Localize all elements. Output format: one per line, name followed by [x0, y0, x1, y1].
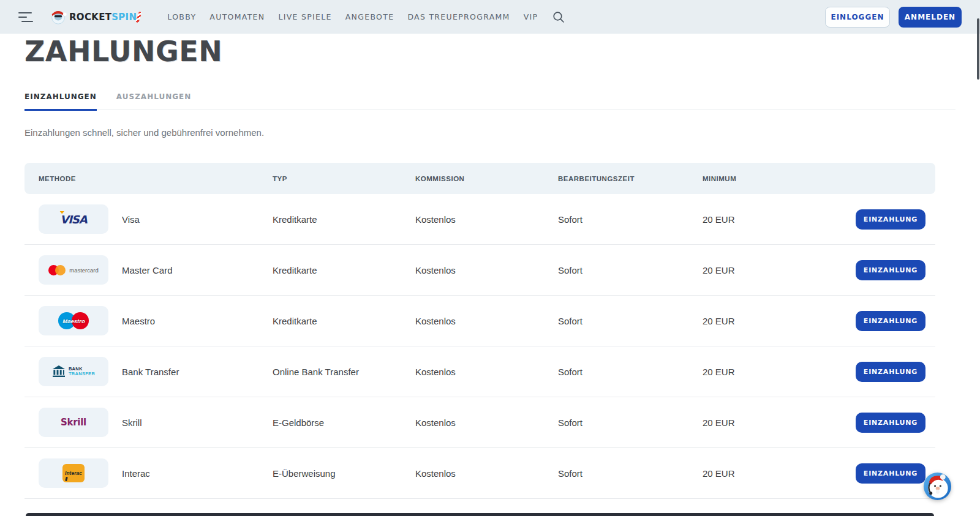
nav-item-live-spiele[interactable]: LIVE SPIELE: [278, 12, 331, 21]
brand-name-primary: ROCKET: [69, 12, 111, 23]
nav-item-vip[interactable]: VIP: [524, 12, 538, 21]
table-row: Maestro Maestro Kreditkarte Kostenlos So…: [24, 296, 935, 346]
nav-item-lobby[interactable]: LOBBY: [167, 12, 196, 21]
nav-item-automaten[interactable]: AUTOMATEN: [209, 12, 265, 21]
menu-icon[interactable]: [18, 12, 33, 22]
search-icon[interactable]: [552, 11, 565, 23]
method-name: Master Card: [122, 265, 173, 275]
method-minimum: 20 EUR: [703, 265, 832, 275]
method-type: E-Geldbörse: [273, 417, 415, 428]
table-row: mastercard Master Card Kreditkarte Koste…: [24, 245, 935, 296]
scrollbar-thumb[interactable]: [977, 18, 979, 80]
method-processing-time: Sofort: [558, 417, 703, 428]
table-row: Skrill Skrill E-Geldbörse Kostenlos Sofo…: [24, 397, 935, 448]
method-type: Kreditkarte: [273, 265, 415, 275]
brand-name-secondary: SPIN: [111, 12, 137, 23]
column-header-methode: METHODE: [39, 175, 273, 182]
method-commission: Kostenlos: [415, 214, 558, 225]
maestro-logo-icon: Maestro: [39, 306, 108, 335]
nav-item-angebote[interactable]: ANGEBOTE: [345, 12, 394, 21]
method-name: Skrill: [122, 417, 142, 428]
tab-einzahlungen[interactable]: EINZAHLUNGEN: [24, 92, 97, 111]
method-type: E-Überweisung: [273, 468, 415, 479]
payment-methods-table: METHODE TYP KOMMISSION BEARBEITUNGSZEIT …: [24, 163, 935, 499]
deposit-button[interactable]: EINZAHLUNG: [856, 413, 925, 433]
interac-logo-icon: Interac: [39, 458, 108, 488]
column-header-minimum: MINIMUM: [703, 175, 832, 182]
login-button[interactable]: EINLOGGEN: [825, 7, 890, 28]
main-navigation: LOBBY AUTOMATEN LIVE SPIELE ANGEBOTE DAS…: [167, 12, 538, 21]
support-chat-widget[interactable]: [923, 472, 952, 501]
page-title: ZAHLUNGEN: [24, 35, 980, 68]
method-minimum: 20 EUR: [703, 316, 832, 326]
deposit-button[interactable]: EINZAHLUNG: [856, 362, 925, 382]
method-processing-time: Sofort: [558, 468, 703, 479]
mastercard-logo-icon: mastercard: [39, 255, 108, 285]
page-subtitle: Einzahlungen schnell, sicher und gebühre…: [24, 127, 980, 138]
method-minimum: 20 EUR: [703, 468, 832, 479]
brand-logo[interactable]: ROCKETSPIN: [49, 7, 140, 28]
top-navigation-bar: ROCKETSPIN LOBBY AUTOMATEN LIVE SPIELE A…: [0, 0, 980, 34]
table-row: VISA Visa Kreditkarte Kostenlos Sofort 2…: [24, 194, 935, 245]
method-name: Maestro: [122, 316, 155, 326]
column-header-kommission: KOMMISSION: [415, 175, 558, 182]
deposit-button[interactable]: EINZAHLUNG: [856, 463, 925, 484]
method-type: Kreditkarte: [273, 316, 415, 326]
payments-tabs: EINZAHLUNGEN AUSZAHLUNGEN: [24, 92, 956, 110]
method-commission: Kostenlos: [415, 316, 558, 326]
deposit-button[interactable]: EINZAHLUNG: [856, 209, 925, 230]
table-header-row: METHODE TYP KOMMISSION BEARBEITUNGSZEIT …: [24, 163, 935, 194]
method-type: Kreditkarte: [273, 214, 415, 225]
visa-logo-icon: VISA: [39, 204, 108, 234]
register-button[interactable]: ANMELDEN: [899, 7, 962, 28]
tab-auszahlungen[interactable]: AUSZAHLUNGEN: [116, 92, 191, 110]
method-processing-time: Sofort: [558, 214, 703, 225]
deposit-button[interactable]: EINZAHLUNG: [856, 311, 925, 331]
method-processing-time: Sofort: [558, 265, 703, 275]
method-minimum: 20 EUR: [703, 417, 832, 428]
method-name: Interac: [122, 468, 150, 479]
method-minimum: 20 EUR: [703, 214, 832, 225]
santa-mascot-icon: [49, 7, 67, 28]
method-minimum: 20 EUR: [703, 367, 832, 377]
footer-bar: [26, 513, 934, 516]
method-name: Bank Transfer: [122, 367, 179, 377]
column-header-bearbeitungszeit: BEARBEITUNGSZEIT: [558, 175, 703, 182]
nav-item-treueprogramm[interactable]: DAS TREUEPROGRAMM: [407, 12, 510, 21]
method-name: Visa: [122, 214, 140, 225]
method-type: Online Bank Transfer: [273, 367, 415, 377]
skrill-logo-icon: Skrill: [39, 408, 108, 437]
table-row: BANK TRANSFER Bank Transfer Online Bank …: [24, 346, 935, 397]
method-commission: Kostenlos: [415, 367, 558, 377]
method-commission: Kostenlos: [415, 417, 558, 428]
deposit-button[interactable]: EINZAHLUNG: [856, 260, 925, 280]
payments-page: ZAHLUNGEN EINZAHLUNGEN AUSZAHLUNGEN Einz…: [0, 34, 980, 499]
auth-buttons: EINLOGGEN ANMELDEN: [825, 7, 962, 28]
bank-transfer-logo-icon: BANK TRANSFER: [39, 357, 108, 386]
method-processing-time: Sofort: [558, 367, 703, 377]
column-header-typ: TYP: [273, 175, 415, 182]
method-commission: Kostenlos: [415, 468, 558, 479]
method-commission: Kostenlos: [415, 265, 558, 275]
method-processing-time: Sofort: [558, 316, 703, 326]
table-row: Interac Interac E-Überweisung Kostenlos …: [24, 448, 935, 499]
